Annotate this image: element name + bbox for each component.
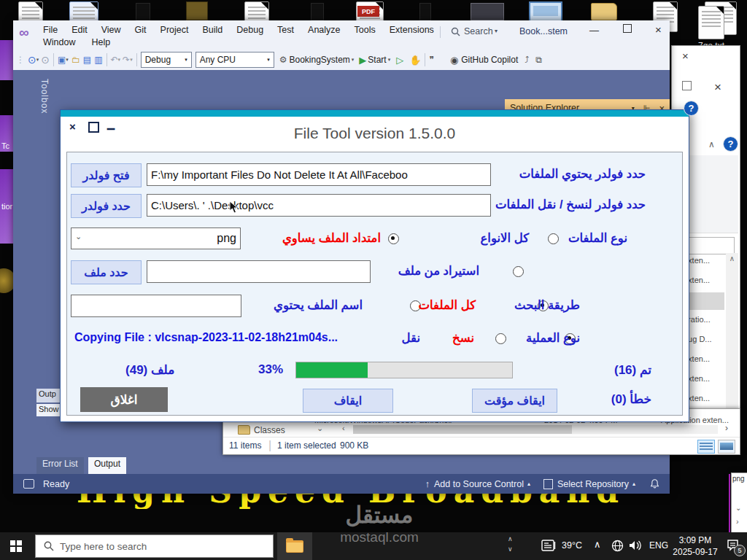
- startup-project-label[interactable]: BookingSystem: [289, 55, 349, 65]
- toolbox-tab[interactable]: Toolbox: [39, 79, 50, 114]
- start-button[interactable]: [10, 540, 22, 552]
- copy-radio-label[interactable]: نسخ: [445, 331, 474, 345]
- close-icon[interactable]: ×: [714, 81, 721, 93]
- thumbnail-view-toggle[interactable]: [718, 440, 735, 454]
- desktop-icon-dark[interactable]: [136, 3, 150, 20]
- menu-analyze[interactable]: Analyze: [307, 25, 341, 35]
- ext-equals-radio-label[interactable]: امتداد الملف يساوي: [286, 231, 381, 245]
- ext-equals-radio[interactable]: [388, 233, 399, 244]
- search-icon[interactable]: [451, 27, 460, 36]
- menu-test[interactable]: Test: [276, 25, 295, 35]
- details-view-toggle[interactable]: [697, 440, 715, 454]
- scroll-right-icon[interactable]: ›: [736, 517, 739, 526]
- desktop-icon-dark[interactable]: [419, 3, 431, 20]
- bell-icon[interactable]: [650, 478, 659, 489]
- menu-debug[interactable]: Debug: [236, 25, 264, 35]
- desktop-icon-dark[interactable]: [311, 3, 324, 20]
- drag-handle-icon[interactable]: ⋮: [16, 55, 25, 65]
- import-file-input[interactable]: [147, 260, 371, 283]
- quote-icon[interactable]: ❞: [429, 55, 433, 65]
- tree-folder-label[interactable]: Classes: [254, 425, 285, 435]
- ribbon-collapse-icon[interactable]: ∧: [708, 139, 715, 149]
- move-radio-label[interactable]: نقل: [395, 331, 420, 345]
- desktop-icon-tools[interactable]: [471, 3, 504, 20]
- temperature-label[interactable]: 39°C: [562, 540, 582, 551]
- search-label[interactable]: Search: [464, 26, 493, 36]
- gear-icon[interactable]: ⚙: [279, 55, 287, 65]
- import-radio[interactable]: [513, 266, 524, 277]
- menu-help[interactable]: Help: [90, 37, 111, 47]
- chevron-down-icon[interactable]: ⌄: [317, 424, 323, 433]
- undo-icon[interactable]: ↶: [111, 55, 118, 65]
- chevron-down-icon[interactable]: ▾: [118, 57, 121, 63]
- hot-reload-icon[interactable]: ✋: [409, 55, 421, 66]
- name-contains-input[interactable]: [71, 295, 241, 317]
- chevron-up-icon[interactable]: ▴: [527, 481, 530, 487]
- taskbar-app-file-explorer[interactable]: [277, 532, 312, 560]
- desktop-icon-word-doc[interactable]: [69, 1, 98, 20]
- chevron-down-icon[interactable]: ▾: [388, 57, 391, 63]
- chevron-down-icon[interactable]: ⌄: [75, 232, 82, 241]
- new-project-icon[interactable]: ▣: [58, 55, 66, 65]
- navigate-forward-icon[interactable]: ⊙: [41, 54, 50, 66]
- all-types-radio-label[interactable]: كل الانواع: [465, 231, 529, 245]
- upload-arrow-icon[interactable]: ↑: [425, 479, 430, 489]
- menu-project[interactable]: Project: [160, 25, 190, 35]
- scroll-right-icon[interactable]: ›: [725, 423, 728, 433]
- feedback-icon[interactable]: [23, 479, 34, 489]
- menu-file[interactable]: File: [42, 25, 58, 35]
- chevron-up-icon[interactable]: ▴: [632, 481, 635, 487]
- scrollbar-thumb[interactable]: [353, 425, 572, 434]
- import-radio-label[interactable]: استيراد من ملف: [399, 264, 479, 278]
- close-icon[interactable]: ×: [655, 23, 662, 36]
- chevron-down-icon[interactable]: ▾: [66, 57, 69, 63]
- chevron-down-icon[interactable]: ▾: [495, 28, 498, 34]
- network-globe-icon[interactable]: [611, 540, 624, 552]
- save-all-icon[interactable]: ▥: [94, 55, 102, 65]
- menu-git[interactable]: Git: [134, 25, 147, 35]
- desktop-icon-doc[interactable]: [18, 1, 43, 20]
- select-repository-button[interactable]: Select Repository: [557, 479, 629, 489]
- repository-icon[interactable]: [543, 479, 553, 489]
- chevron-down-icon[interactable]: ▾: [352, 57, 355, 63]
- menu-window[interactable]: Window: [42, 37, 76, 47]
- scroll-left-icon[interactable]: ‹: [342, 424, 345, 432]
- help-icon[interactable]: ?: [684, 101, 699, 116]
- desktop-icon-doc[interactable]: [244, 1, 269, 20]
- maximize-icon[interactable]: [623, 24, 632, 33]
- start-button-label[interactable]: Start: [368, 55, 386, 65]
- taskbar-search-box[interactable]: Type here to search: [35, 534, 274, 558]
- scroll-up-icon[interactable]: ∧: [726, 253, 738, 262]
- close-icon[interactable]: ×: [682, 50, 689, 61]
- clock[interactable]: 3:09 PM 2025-09-17: [673, 535, 718, 558]
- menu-build[interactable]: Build: [201, 25, 223, 35]
- menu-tools[interactable]: Tools: [354, 25, 376, 35]
- desktop-icon-image[interactable]: [186, 1, 208, 20]
- help-icon[interactable]: ?: [723, 136, 738, 152]
- chevron-down-icon[interactable]: ▾: [130, 57, 133, 63]
- platform-dropdown[interactable]: Any CPU▾: [196, 52, 274, 68]
- desktop-icon-folder[interactable]: [591, 3, 617, 20]
- tab-error-list[interactable]: Error List: [36, 457, 84, 474]
- share-icon[interactable]: ⤴: [525, 55, 529, 65]
- chevron-down-icon[interactable]: ▾: [36, 57, 39, 63]
- start-debug-icon[interactable]: ▶: [359, 55, 366, 66]
- all-types-radio[interactable]: [548, 233, 559, 244]
- stop-button[interactable]: ايقاف: [303, 389, 393, 413]
- close-button[interactable]: اغلاق: [80, 387, 168, 412]
- move-radio[interactable]: [495, 333, 506, 344]
- redo-icon[interactable]: ↷: [123, 55, 130, 65]
- extension-combobox[interactable]: ⌄ png: [71, 228, 241, 249]
- news-weather-icon[interactable]: [541, 540, 557, 552]
- name-contains-radio-label[interactable]: اسم الملف يحتوي: [262, 298, 363, 312]
- save-icon[interactable]: ▤: [83, 55, 91, 65]
- maximize-icon[interactable]: [682, 81, 692, 90]
- solution-config-dropdown[interactable]: Debug▾: [141, 52, 192, 68]
- add-to-source-control-button[interactable]: Add to Source Control: [434, 479, 524, 489]
- language-indicator[interactable]: ENG: [649, 540, 668, 551]
- navigate-back-icon[interactable]: ⊙: [28, 54, 36, 66]
- speaker-icon[interactable]: [629, 540, 643, 551]
- open-folder-icon[interactable]: 🗀: [71, 55, 80, 65]
- source-folder-input[interactable]: F:\my Important Files Do Not Delete It A…: [147, 163, 491, 186]
- address-box[interactable]: [682, 237, 735, 254]
